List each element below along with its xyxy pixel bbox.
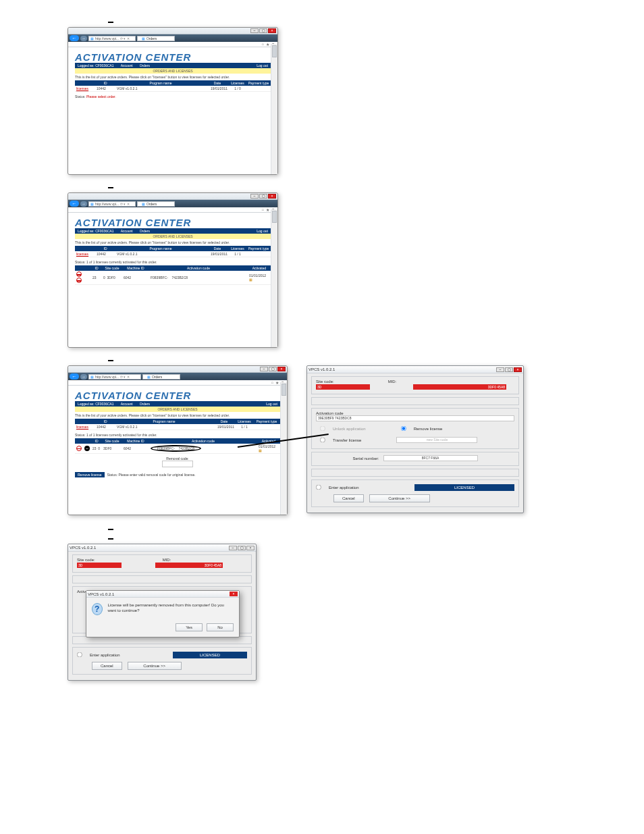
licenses-link[interactable]: licenses — [76, 252, 88, 256]
licenses-table: ID Site code Machine ID Activation code … — [75, 265, 271, 285]
back-button[interactable]: ← — [70, 35, 79, 41]
url-field[interactable]: ▦http://www.vpi... ⟳ ▾ ✕ — [88, 36, 136, 41]
enter-radio[interactable] — [316, 485, 321, 490]
close-button[interactable]: × — [268, 28, 276, 33]
dialog-titlebar: VPCS v1.0.2.1 –▢× — [68, 544, 256, 552]
home-icon[interactable]: ⌂ — [261, 207, 264, 212]
page-title: ACTIVATION CENTER — [75, 51, 271, 63]
bullet-dash — [108, 538, 113, 540]
serial-input[interactable]: 8FC7 F66A — [383, 455, 478, 461]
logged-label: Logged as: CF0036CA1 — [78, 402, 114, 406]
minimize-button[interactable]: – — [250, 194, 259, 199]
forward-button[interactable]: → — [80, 36, 87, 41]
browser-tab[interactable]: ▦Orders — [137, 36, 175, 41]
site-nav: Logged as: CF0036CA1 Account Orders Log … — [75, 401, 280, 407]
remove-radio[interactable] — [401, 426, 406, 432]
page-content: ACTIVATION CENTER Logged as: CF0036CA1 A… — [68, 213, 277, 347]
minimize-button[interactable]: – — [250, 28, 259, 33]
spacer-group — [311, 469, 519, 477]
question-icon: ? — [92, 603, 103, 615]
nav-account[interactable]: Account — [121, 229, 133, 233]
close-button[interactable]: × — [514, 367, 522, 372]
nav-account[interactable]: Account — [121, 402, 133, 406]
forward-button[interactable]: → — [80, 201, 87, 207]
popup-titlebar: VPCS v1.0.2.1 × — [86, 591, 239, 598]
enter-label: Enter application — [329, 486, 359, 490]
nav-orders[interactable]: Orders — [140, 63, 150, 68]
mid-label: MID: — [388, 380, 397, 384]
table-row[interactable]: licenses 10442 VGM v1.0.2.1 19/01/2011 1… — [75, 251, 271, 257]
nav-logout[interactable]: Log out — [257, 63, 268, 68]
logged-label: Logged as: CF0036CA1 — [78, 229, 114, 233]
new-site-input[interactable]: new Site code — [396, 437, 477, 443]
scrollbar[interactable] — [280, 382, 287, 515]
popup-close-button[interactable]: × — [230, 592, 238, 596]
maximize-button[interactable]: ▢ — [269, 367, 277, 371]
prohibit-icon[interactable] — [76, 278, 82, 283]
licenses-link[interactable]: licenses — [76, 425, 88, 429]
browser-titlebar: – ▢ × — [68, 28, 277, 34]
minimize-button[interactable]: – — [260, 367, 268, 371]
table-row[interactable]: licenses 10442 VGM v1.0.2.1 19/01/2011 1… — [75, 86, 271, 92]
continue-button[interactable]: Continue >> — [128, 662, 182, 670]
close-button[interactable]: × — [268, 194, 276, 199]
address-bar: ← → ▦http://www.vpi... ⟳ ▾ ✕ ▦Orders — [68, 200, 277, 207]
stop-icon[interactable] — [76, 271, 82, 277]
close-button[interactable]: × — [277, 367, 286, 371]
continue-button[interactable]: Continue >> — [369, 494, 430, 502]
no-button[interactable]: No — [207, 623, 234, 631]
star-icon[interactable]: ★ — [266, 207, 269, 212]
nav-logout[interactable]: Log out — [257, 229, 268, 233]
back-button[interactable]: ← — [70, 201, 79, 207]
close-button[interactable]: × — [246, 546, 254, 550]
radio-row: Unlock application Remove license — [320, 424, 514, 433]
scrollbar[interactable] — [271, 44, 277, 174]
maximize-button[interactable]: ▢ — [259, 194, 267, 199]
url-field[interactable]: ▦http://www.vpi... ⟳ ▾ ✕ — [88, 201, 136, 207]
site-value: 3D — [77, 563, 122, 568]
bullet-dash — [108, 360, 113, 361]
confirm-popup: VPCS v1.0.2.1 × ? License will be perman… — [86, 590, 240, 637]
browser-tab[interactable]: ▦Orders — [142, 374, 180, 380]
spacer-group — [72, 575, 252, 583]
nav-account[interactable]: Account — [121, 63, 133, 68]
maximize-button[interactable]: ▢ — [259, 28, 267, 33]
browser-tab[interactable]: ▦Orders — [137, 201, 175, 207]
cancel-button[interactable]: Cancel — [333, 494, 364, 502]
page-content: ACTIVATION CENTER Logged as: CF0036CA1 A… — [68, 386, 287, 515]
forward-button[interactable]: → — [80, 374, 87, 380]
removal-input[interactable] — [162, 461, 193, 467]
bullet-dash — [108, 22, 113, 23]
codes-group: Site code: MID: 3D 3DF0 45A8 — [72, 554, 252, 573]
activation-input[interactable]: 39E30BF9 7423BDC8 — [316, 415, 514, 421]
star-icon[interactable]: ★ — [266, 42, 269, 47]
remove-icon[interactable]: – — [84, 446, 90, 451]
site-label: Site code: — [316, 380, 334, 384]
maximize-button[interactable]: ▢ — [238, 546, 246, 550]
transfer-radio[interactable] — [320, 438, 325, 443]
maximize-button[interactable]: ▢ — [505, 367, 513, 372]
home-icon[interactable]: ⌂ — [271, 380, 273, 385]
minimize-button[interactable]: – — [496, 367, 504, 372]
back-button[interactable]: ← — [70, 373, 79, 380]
enter-radio[interactable] — [77, 652, 82, 658]
star-icon[interactable]: ★ — [275, 380, 279, 385]
minimize-button[interactable]: – — [229, 546, 237, 550]
nav-orders[interactable]: Orders — [140, 402, 150, 406]
url-field[interactable]: ▦http://www.vpi... ⟳ ▾ ✕ — [88, 374, 141, 380]
table-row[interactable]: licenses 10442 VGM v1.0.2.1 19/01/2011 1… — [75, 424, 280, 430]
home-icon[interactable]: ⌂ — [261, 42, 264, 47]
orders-table: ID Program name Date Licenses Payment ty… — [75, 80, 271, 92]
yes-button[interactable]: Yes — [176, 623, 203, 631]
remove-license-button[interactable]: Remove license — [75, 472, 105, 477]
stop-icon[interactable] — [76, 446, 82, 451]
logged-label: Logged as: CF0036CA1 — [78, 63, 114, 68]
nav-orders[interactable]: Orders — [140, 229, 150, 233]
cancel-button[interactable]: Cancel — [92, 662, 122, 670]
licenses-link[interactable]: licenses — [76, 86, 88, 90]
nav-logout[interactable]: Log out — [266, 402, 277, 406]
scrollbar[interactable] — [271, 209, 277, 347]
licensed-badge: LICENSED — [173, 652, 247, 658]
dialog-title: VPCS v1.0.2.1 — [70, 546, 96, 550]
license-row[interactable]: 23 0 3DF0 6042 F0839BFC- 7423B2C8 01/01/… — [75, 271, 271, 285]
